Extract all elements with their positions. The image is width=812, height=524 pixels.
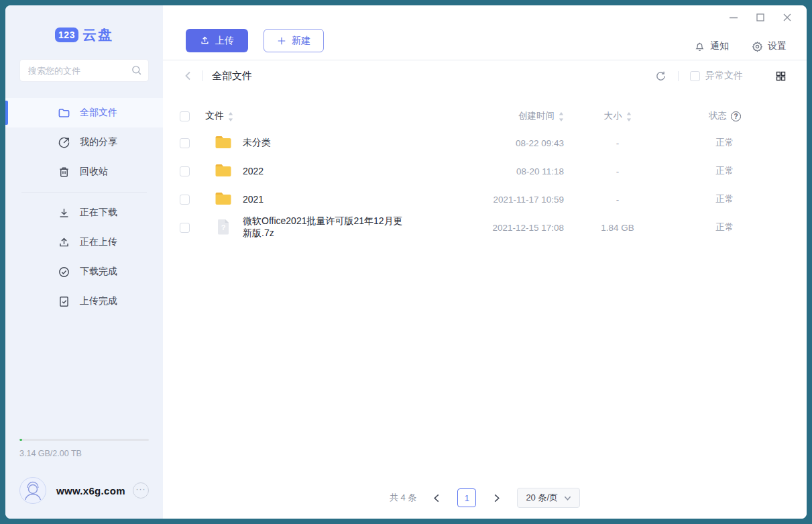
search-input[interactable] [19,59,149,82]
toolbar: 上传 新建 通知 设置 [163,5,807,60]
abnormal-files-checkbox[interactable] [690,71,700,81]
file-name[interactable]: 2022 [243,166,264,176]
upload-button-label: 上传 [215,35,234,47]
sidebar-item-downloading[interactable]: 正在下载 [5,198,163,227]
table-row[interactable]: 未分类 08-22 09:43 - 正常 [180,129,778,157]
col-header-file: 文件 [205,110,224,122]
file-name[interactable]: 未分类 [243,137,271,149]
toolbar-right: 通知 设置 [694,40,787,52]
pagination: 共 4 条 1 20 条/页 [163,488,807,508]
sort-icon[interactable] [559,112,564,121]
sidebar-nav: 全部文件 我的分享 回收站 正在下载 [5,98,163,316]
plus-icon [277,36,286,46]
sidebar-item-label: 我的分享 [80,136,117,148]
file-status: 正常 [671,137,778,149]
settings-label: 设置 [768,40,787,52]
table-header: 文件 创建时间 大小 [180,103,778,129]
file-table: 文件 创建时间 大小 [163,91,807,242]
folder-icon [215,191,232,207]
download-done-icon [58,266,70,278]
upload-done-icon [58,295,70,308]
back-icon[interactable] [183,70,194,81]
row-checkbox[interactable] [180,138,190,148]
breadcrumb: 全部文件 异常文件 [163,60,807,91]
sidebar: 123 云盘 全部文件 我的分享 [5,5,163,519]
sidebar-item-download-done[interactable]: 下载完成 [5,257,163,286]
avatar[interactable] [19,477,46,504]
upload-icon [200,36,210,46]
new-button-label: 新建 [292,35,310,47]
folder-icon [215,163,232,179]
next-page-icon[interactable] [492,494,501,503]
row-checkbox[interactable] [180,223,190,233]
app-logo: 123 云盘 [5,23,163,47]
account-row[interactable]: www.x6g.com ··· [19,477,149,504]
file-status: 正常 [671,193,778,205]
gear-icon [752,41,763,52]
grid-view-icon[interactable] [775,70,787,82]
notifications-button[interactable]: 通知 [694,40,729,52]
row-checkbox[interactable] [180,166,190,176]
col-header-size: 大小 [604,110,622,122]
breadcrumb-divider [202,70,202,81]
sort-icon[interactable] [626,112,632,121]
downloading-icon [58,207,70,219]
folder-icon [215,135,232,151]
status-help-icon[interactable]: ? [731,111,741,121]
sidebar-item-recycle-bin[interactable]: 回收站 [5,157,163,187]
sidebar-item-upload-done[interactable]: 上传完成 [5,286,163,316]
storage-progress-bar [19,439,149,441]
new-button[interactable]: 新建 [264,29,324,52]
controls-divider [678,71,679,81]
pagination-total: 共 4 条 [390,492,416,504]
sidebar-item-all-files[interactable]: 全部文件 [5,98,163,127]
page-size-label: 20 条/页 [526,492,558,504]
table-row[interactable]: ? 微软Office2021批量许可版21年12月更新版.7z 2021-12-… [180,213,778,242]
table-row[interactable]: 2022 08-20 11:18 - 正常 [180,157,778,185]
close-button[interactable] [782,13,792,22]
account-more-button[interactable]: ··· [133,482,149,499]
select-all-checkbox[interactable] [180,111,190,121]
refresh-icon[interactable] [655,70,666,82]
sidebar-divider [21,192,147,193]
sidebar-item-my-shares[interactable]: 我的分享 [5,127,163,157]
file-name[interactable]: 2021 [243,194,264,205]
file-created: 08-22 09:43 [406,138,564,148]
file-status: 正常 [671,165,778,177]
logo-text: 云盘 [82,25,113,44]
account-site-label: www.x6g.com [56,485,125,496]
page-size-select[interactable]: 20 条/页 [517,488,580,508]
page-number-button[interactable]: 1 [457,488,476,507]
storage-usage: 3.14 GB/2.00 TB [19,439,149,458]
upload-button[interactable]: 上传 [186,29,248,52]
col-header-status: 状态 [709,110,727,122]
app-window: 123 云盘 全部文件 我的分享 [5,5,807,519]
maximize-button[interactable] [756,13,765,22]
file-status: 正常 [671,221,778,233]
settings-button[interactable]: 设置 [752,40,787,52]
chevron-down-icon [564,494,571,502]
sort-icon[interactable] [228,112,233,121]
search-icon[interactable] [131,64,142,76]
file-size: - [564,138,671,148]
sidebar-item-label: 正在上传 [80,236,117,248]
main-panel: 上传 新建 通知 设置 [163,5,807,519]
table-row[interactable]: 2021 2021-11-17 10:59 - 正常 [180,185,778,213]
abnormal-files-label: 异常文件 [705,70,743,82]
search-box [19,59,149,82]
uploading-icon [58,236,70,249]
sidebar-item-uploading[interactable]: 正在上传 [5,227,163,257]
sidebar-item-label: 下载完成 [80,266,117,278]
file-created: 2021-11-17 10:59 [406,195,564,205]
trash-icon [58,166,70,178]
row-checkbox[interactable] [180,195,190,205]
storage-progress-fill [19,439,22,441]
unknown-file-glyph: ? [215,223,232,231]
sidebar-item-label: 全部文件 [80,107,117,119]
file-name[interactable]: 微软Office2021批量许可版21年12月更新版.7z [243,215,406,240]
file-created: 2021-12-15 17:08 [406,223,564,233]
folder-icon [58,107,70,119]
bell-icon [694,41,705,52]
minimize-button[interactable] [729,13,738,22]
prev-page-icon[interactable] [432,494,441,503]
